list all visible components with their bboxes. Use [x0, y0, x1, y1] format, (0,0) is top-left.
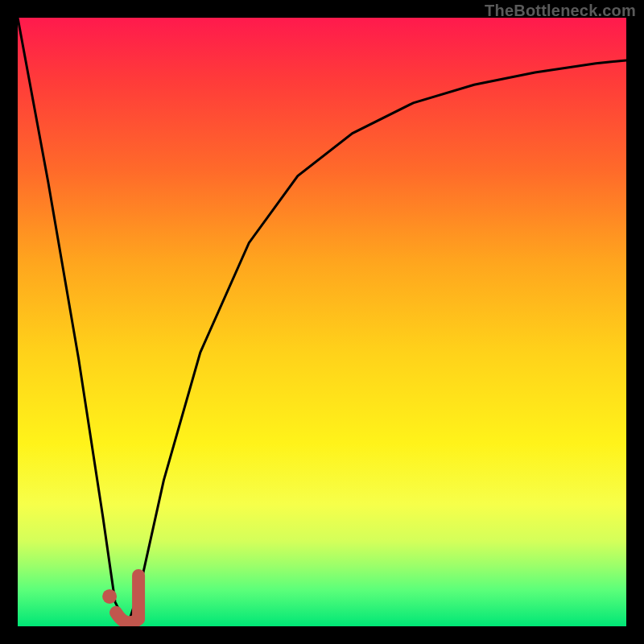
bottleneck-curve-path — [18, 18, 626, 626]
j-marker — [116, 576, 138, 623]
curve-layer — [18, 18, 626, 626]
chart-frame: TheBottleneck.com — [0, 0, 644, 644]
j-marker-dot — [102, 589, 117, 604]
watermark-text: TheBottleneck.com — [485, 2, 636, 20]
plot-area — [18, 18, 626, 626]
